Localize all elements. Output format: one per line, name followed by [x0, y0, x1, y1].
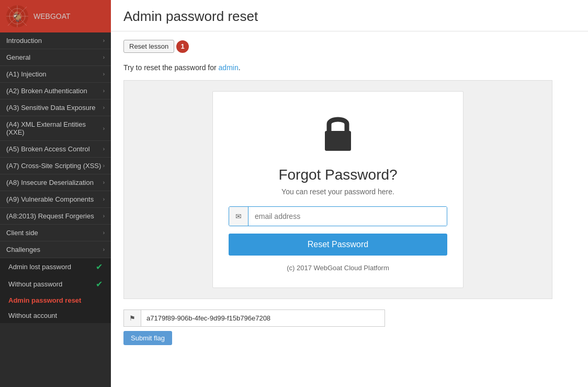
sidebar-item-a8-deserial[interactable]: (A8) Insecure Deserialization ›: [0, 174, 111, 191]
submit-flag-button[interactable]: Submit flag: [123, 331, 172, 345]
sidebar-item-label: (A2) Broken Authentication: [6, 87, 87, 95]
flag-input[interactable]: [141, 310, 385, 326]
chevron-right-icon: ›: [103, 163, 105, 169]
chevron-right-icon: ›: [103, 196, 105, 202]
instruction-text: Try to reset the password for admin.: [123, 63, 575, 72]
sidebar-item-introduction[interactable]: Introduction ›: [0, 32, 111, 49]
webgoat-logo: 🐐: [6, 5, 28, 27]
reset-card: Forgot Password? You can reset your pass…: [212, 91, 463, 288]
email-input[interactable]: [248, 207, 447, 226]
chevron-right-icon: ›: [103, 180, 105, 185]
chevron-right-icon: ›: [103, 247, 105, 252]
sidebar-item-label: (A8:2013) Request Forgeries: [6, 212, 94, 220]
reset-password-button[interactable]: Reset Password: [229, 234, 447, 256]
sidebar-item-label: Introduction: [6, 37, 42, 45]
page-title: Admin password reset: [123, 8, 575, 25]
main-content: Admin password reset Reset lesson 1 Try …: [111, 0, 588, 387]
sidebar-item-label: (A4) XML External Entities (XXE): [6, 120, 103, 136]
chevron-right-icon: ›: [103, 88, 105, 94]
chevron-right-icon: ›: [103, 105, 105, 110]
card-wrapper: Forgot Password? You can reset your pass…: [123, 80, 552, 299]
sidebar-item-challenges[interactable]: Challenges ›: [0, 241, 111, 258]
svg-text:🐐: 🐐: [12, 11, 24, 23]
sidebar-item-a1-injection[interactable]: (A1) Injection ›: [0, 66, 111, 83]
chevron-right-icon: ›: [103, 146, 105, 152]
checkmark-icon: ✔: [96, 262, 103, 272]
sidebar-item-label: (A9) Vulnerable Components: [6, 195, 94, 203]
forgot-password-title: Forgot Password?: [229, 167, 447, 183]
sidebar-item-label: (A5) Broken Access Control: [6, 145, 90, 153]
sidebar-sub-item-without-password[interactable]: Without password ✔: [0, 275, 111, 293]
sidebar-sub-item-admin-reset[interactable]: Admin password reset: [0, 293, 111, 308]
sidebar-item-label: (A1) Injection: [6, 70, 47, 78]
admin-link[interactable]: admin: [219, 63, 239, 72]
copyright-text: (c) 2017 WebGoat Cloud Platform: [229, 264, 447, 272]
sidebar-item-label: General: [6, 53, 30, 61]
lock-icon: [320, 113, 356, 154]
sidebar-item-a3-data[interactable]: (A3) Sensitive Data Exposure ›: [0, 99, 111, 116]
sidebar-item-a4-xxe[interactable]: (A4) XML External Entities (XXE) ›: [0, 116, 111, 141]
sidebar-header: 🐐 WEBGOAT: [0, 0, 111, 32]
sidebar-sub-item-admin-lost[interactable]: Admin lost password ✔: [0, 258, 111, 275]
email-input-wrapper: ✉: [229, 206, 447, 226]
chevron-right-icon: ›: [103, 213, 105, 219]
sidebar-item-label: Challenges: [6, 246, 40, 253]
checkmark-icon: ✔: [96, 279, 103, 289]
sidebar-item-general[interactable]: General ›: [0, 49, 111, 66]
sidebar-sub-item-without-account[interactable]: Without account: [0, 308, 111, 323]
sidebar-item-a8-forgeries[interactable]: (A8:2013) Request Forgeries ›: [0, 208, 111, 225]
sidebar-sub-item-label: Admin password reset: [8, 296, 81, 304]
flag-input-wrapper: ⚑: [123, 309, 385, 327]
sidebar-item-label: (A3) Sensitive Data Exposure: [6, 104, 96, 112]
chevron-right-icon: ›: [103, 126, 105, 131]
flag-section: ⚑ Submit flag: [123, 309, 575, 345]
sidebar-item-a2-auth[interactable]: (A2) Broken Authentication ›: [0, 83, 111, 99]
chevron-right-icon: ›: [103, 230, 105, 236]
sidebar-sub-item-label: Without account: [8, 312, 57, 319]
sidebar-item-label: (A7) Cross-Site Scripting (XSS): [6, 162, 101, 170]
sidebar-item-client[interactable]: Client side ›: [0, 225, 111, 241]
email-icon: ✉: [229, 207, 248, 226]
lock-icon-wrapper: [229, 113, 447, 156]
sidebar-title: WEBGOAT: [33, 12, 71, 20]
sidebar: 🐐 WEBGOAT Introduction › General › (A1) …: [0, 0, 111, 387]
chevron-right-icon: ›: [103, 38, 105, 43]
sidebar-sub-item-label: Admin lost password: [8, 263, 71, 271]
step-badge: 1: [176, 40, 189, 53]
forgot-password-subtitle: You can reset your password here.: [229, 187, 447, 196]
svg-rect-8: [325, 131, 351, 151]
sidebar-sub-item-label: Without password: [8, 280, 62, 288]
chevron-right-icon: ›: [103, 71, 105, 77]
sidebar-item-a5-access[interactable]: (A5) Broken Access Control ›: [0, 141, 111, 158]
sidebar-item-a9-vuln[interactable]: (A9) Vulnerable Components ›: [0, 191, 111, 208]
sidebar-item-label: Client side: [6, 229, 38, 237]
chevron-right-icon: ›: [103, 54, 105, 60]
sidebar-item-label: (A8) Insecure Deserialization: [6, 179, 94, 186]
sidebar-item-a7-xss[interactable]: (A7) Cross-Site Scripting (XSS) ›: [0, 158, 111, 174]
reset-lesson-button[interactable]: Reset lesson: [123, 40, 174, 53]
content-area: Reset lesson 1 Try to reset the password…: [111, 31, 588, 387]
flag-icon: ⚑: [124, 310, 141, 326]
page-header: Admin password reset: [111, 0, 588, 31]
